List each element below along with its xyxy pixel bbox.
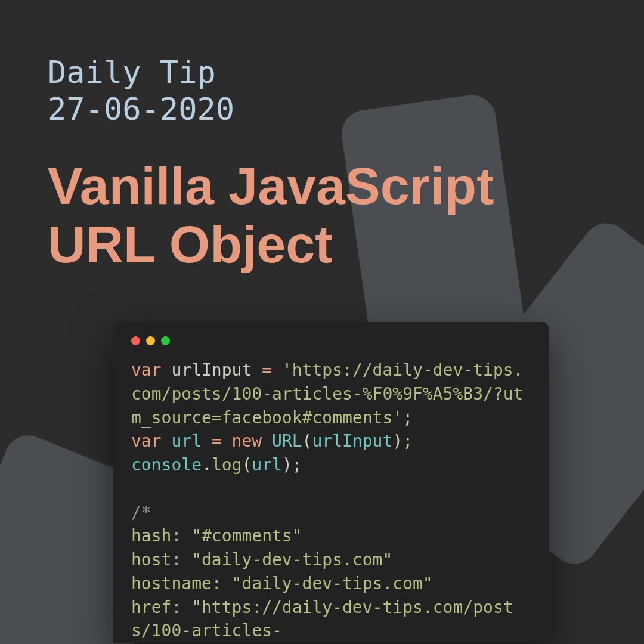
code-lpar: ( [302, 431, 312, 451]
comment-key: hostname: [131, 574, 222, 593]
code-dot: . [202, 455, 212, 475]
subtitle-line1: Daily Tip [48, 54, 216, 90]
code-rpar: ) [282, 455, 292, 475]
code-semi: ; [402, 408, 413, 428]
window-controls [131, 336, 531, 345]
header-block: Daily Tip 27-06-2020 Vanilla JavaScript … [0, 0, 644, 274]
minimize-icon [146, 336, 155, 345]
code-arg: url [252, 455, 282, 475]
comment-val: "daily-dev-tips.com" [181, 550, 392, 569]
code-lpar: ( [242, 455, 252, 475]
code-console: console [131, 455, 202, 475]
comment-key: href: [131, 597, 181, 617]
code-comment: /* hash: "#comments" host: "daily-dev-ti… [131, 503, 513, 641]
code-rpar: ) [392, 431, 402, 451]
code-arg: urlInput [312, 431, 392, 451]
title-line2: URL Object [48, 215, 333, 274]
code-semi: ; [292, 455, 302, 475]
code-eq: = [262, 360, 272, 380]
code-keyword: var [131, 431, 162, 451]
code-eq: = [212, 431, 222, 451]
comment-val: "#comments" [181, 526, 302, 546]
page-title: Vanilla JavaScript URL Object [48, 157, 596, 274]
code-ident: urlInput [171, 360, 252, 380]
close-icon [131, 336, 140, 345]
code-block: var urlInput = 'https://daily-dev-tips.c… [131, 358, 531, 643]
subtitle: Daily Tip 27-06-2020 [48, 54, 596, 128]
code-keyword: new [232, 431, 262, 451]
comment-open: /* [131, 503, 151, 522]
maximize-icon [161, 336, 170, 345]
code-semi: ; [402, 431, 413, 451]
code-method: log [212, 455, 242, 475]
comment-val: "https://daily-dev-tips.com/posts/100-ar… [131, 597, 513, 641]
comment-key: host: [131, 550, 181, 569]
comment-key: hash: [131, 526, 181, 546]
code-ident: url [171, 431, 202, 451]
subtitle-line2: 27-06-2020 [48, 91, 234, 127]
code-window: var urlInput = 'https://daily-dev-tips.c… [113, 322, 549, 643]
comment-val: "daily-dev-tips.com" [222, 574, 433, 593]
title-line1: Vanilla JavaScript [48, 156, 494, 215]
code-keyword: var [131, 360, 162, 380]
code-ctor: URL [272, 431, 302, 451]
